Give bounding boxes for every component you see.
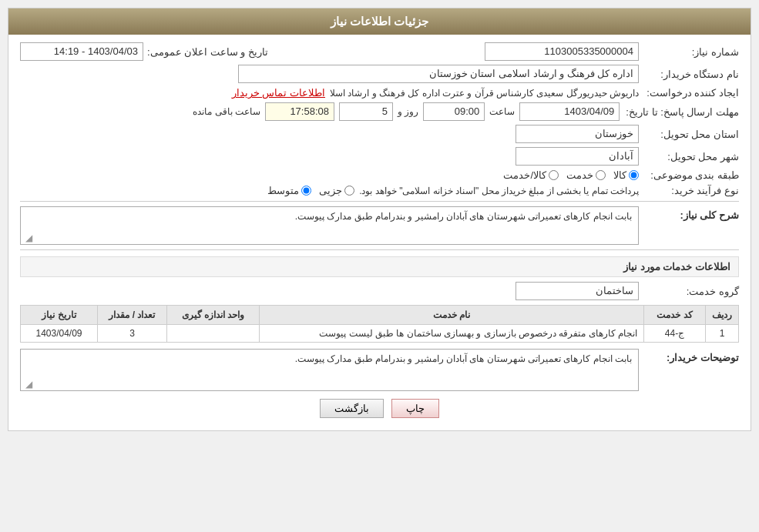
response-date-value: 1403/04/09 <box>519 102 620 121</box>
page-header: جزئیات اطلاعات نیاز <box>8 8 751 35</box>
col-header-date: تاریخ نیاز <box>21 306 98 325</box>
announce-datetime-label: تاریخ و ساعت اعلان عمومی: <box>143 46 268 58</box>
row-service-group: گروه خدمت: ساختمان <box>20 282 739 300</box>
content-area: شماره نیاز: 1103005335000004 تاریخ و ساع… <box>8 35 751 430</box>
back-button[interactable]: بازگشت <box>320 399 384 418</box>
category-option-kala: کالا <box>613 169 639 181</box>
main-container: جزئیات اطلاعات نیاز شماره نیاز: 11030053… <box>8 8 751 431</box>
services-section-title: اطلاعات خدمات مورد نیاز <box>20 256 739 277</box>
response-time-value: 09:00 <box>423 102 485 121</box>
category-radio-group: کالا/خدمت خدمت کالا <box>503 169 639 181</box>
service-group-value: ساختمان <box>516 282 639 300</box>
buttons-row: چاپ بازگشت <box>20 399 739 418</box>
response-deadline-label: مهلت ارسال پاسخ: تا تاریخ: <box>620 106 739 118</box>
requester-label: ایجاد کننده درخواست: <box>639 87 739 99</box>
city-label: شهر محل تحویل: <box>639 151 739 162</box>
purchase-note: پرداخت تمام یا بخشی از مبلغ خریداز محل "… <box>359 186 639 196</box>
col-header-qty: تعداد / مقدار <box>98 306 167 325</box>
divider-1 <box>20 201 739 202</box>
remaining-label: ساعت باقی مانده <box>193 106 260 117</box>
row-org-name: نام دستگاه خریدار: اداره کل فرهنگ و ارشا… <box>20 65 739 83</box>
requester-value: داریوش حیدریورگل سعیدی کارشناس قرآن و عت… <box>330 88 639 99</box>
response-days-value: 5 <box>339 102 393 121</box>
need-number-label: شماره نیاز: <box>639 46 739 58</box>
category-option-kala-khadamat: کالا/خدمت <box>503 169 559 181</box>
org-name-label: نام دستگاه خریدار: <box>639 69 739 80</box>
purchase-option-mutavasset: متوسط <box>267 185 311 196</box>
col-header-unit: واحد اندازه گیری <box>167 306 260 325</box>
general-desc-value: بابت انجام کارهای تعمیراتی شهرستان های آ… <box>20 206 639 245</box>
province-label: استان محل تحویل: <box>639 129 739 140</box>
row-need-number: شماره نیاز: 1103005335000004 تاریخ و ساع… <box>20 42 739 61</box>
announce-datetime-value: 1403/04/03 - 14:19 <box>20 42 143 61</box>
buyer-notes-value: بابت انجام کارهای تعمیراتی شهرستان های آ… <box>20 349 639 391</box>
need-number-value: 1103005335000004 <box>485 42 639 61</box>
category-radio-khadamat[interactable] <box>596 170 606 180</box>
time-label: ساعت <box>489 106 515 117</box>
purchase-label-jozi: جزیی <box>319 185 342 196</box>
purchase-label-mutavasset: متوسط <box>267 185 299 196</box>
cell-date: 1403/04/09 <box>21 325 98 343</box>
page-wrapper: جزئیات اطلاعات نیاز شماره نیاز: 11030053… <box>0 0 759 532</box>
service-group-label: گروه خدمت: <box>639 286 739 297</box>
city-value: آبادان <box>516 147 639 166</box>
cell-qty: 3 <box>98 325 167 343</box>
resize-handle-2: ◢ <box>22 379 32 390</box>
category-label-kala: کالا <box>613 169 626 181</box>
province-value: خوزستان <box>516 125 639 143</box>
purchase-option-jozi: جزیی <box>319 185 354 196</box>
category-radio-kala[interactable] <box>629 170 639 180</box>
services-table: ردیف کد خدمت نام خدمت واحد اندازه گیری ت… <box>20 305 739 343</box>
table-row: 1 ج-44 انجام کارهای متفرقه درخصوص بازساز… <box>21 325 739 343</box>
purchase-radio-mutavasset[interactable] <box>301 186 311 196</box>
row-purchase-type: نوع فرآیند خرید: متوسط جزیی پرداخت تمام … <box>20 185 739 196</box>
category-radio-kala-khadamat[interactable] <box>549 170 559 180</box>
buyer-notes-label: توضیحات خریدار: <box>639 349 739 363</box>
days-label: روز و <box>398 106 418 117</box>
category-label-khadamat: خدمت <box>566 169 593 181</box>
page-title: جزئیات اطلاعات نیاز <box>331 15 428 28</box>
resize-handle: ◢ <box>22 233 32 243</box>
category-option-khadamat: خدمت <box>566 169 606 181</box>
print-button[interactable]: چاپ <box>391 399 439 418</box>
row-buyer-notes: توضیحات خریدار: بابت انجام کارهای تعمیرا… <box>20 349 739 391</box>
general-desc-section-label: شرح کلی نیاز: <box>639 206 739 221</box>
purchase-type-label: نوع فرآیند خرید: <box>639 185 739 196</box>
purchase-radio-group: متوسط جزیی <box>267 185 354 196</box>
purchase-radio-jozi[interactable] <box>344 186 354 196</box>
row-city: شهر محل تحویل: آبادان <box>20 147 739 166</box>
row-response-deadline: مهلت ارسال پاسخ: تا تاریخ: 1403/04/09 سا… <box>20 102 739 121</box>
row-category: طبقه بندی موضوعی: کالا/خدمت خدمت کالا <box>20 169 739 181</box>
row-general-desc: شرح کلی نیاز: بابت انجام کارهای تعمیراتی… <box>20 206 739 245</box>
col-header-row: ردیف <box>706 306 739 325</box>
cell-unit <box>167 325 260 343</box>
cell-name: انجام کارهای متفرقه درخصوص بازسازی و بهس… <box>260 325 644 343</box>
col-header-name: نام خدمت <box>260 306 644 325</box>
contact-link[interactable]: اطلاعات تماس خریدار <box>232 87 325 99</box>
cell-row: 1 <box>706 325 739 343</box>
row-province: استان محل تحویل: خوزستان <box>20 125 739 143</box>
row-requester: ایجاد کننده درخواست: داریوش حیدریورگل سع… <box>20 87 739 99</box>
divider-2 <box>20 249 739 250</box>
col-header-code: کد خدمت <box>644 306 706 325</box>
response-timer-value: 17:58:08 <box>265 102 334 121</box>
org-name-value: اداره کل فرهنگ و ارشاد اسلامی استان خوزس… <box>238 65 639 83</box>
category-label-kala-khadamat: کالا/خدمت <box>503 169 546 181</box>
category-label: طبقه بندی موضوعی: <box>639 169 739 181</box>
table-header-row: ردیف کد خدمت نام خدمت واحد اندازه گیری ت… <box>21 306 739 325</box>
cell-code: ج-44 <box>644 325 706 343</box>
